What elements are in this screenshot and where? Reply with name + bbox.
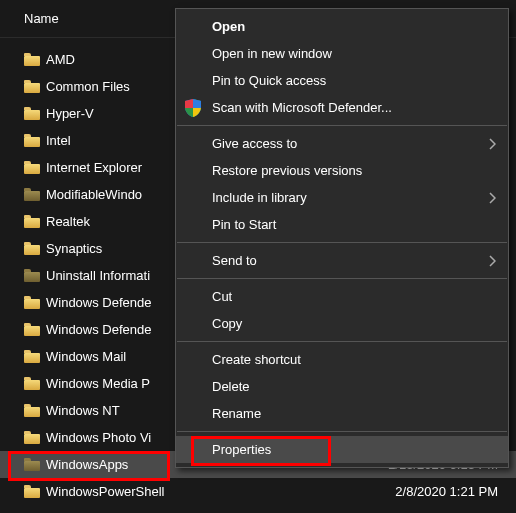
- menu-separator: [177, 431, 507, 432]
- folder-label: WindowsPowerShell: [46, 484, 165, 499]
- folder-label: Realtek: [46, 214, 90, 229]
- folder-icon: [24, 458, 40, 471]
- menu-scan-defender[interactable]: Scan with Microsoft Defender...: [176, 94, 508, 121]
- folder-label: Windows Photo Vi: [46, 430, 151, 445]
- menu-label: Open in new window: [212, 46, 332, 61]
- shield-icon: [184, 99, 202, 117]
- menu-label: Rename: [212, 406, 261, 421]
- folder-icon: [24, 323, 40, 336]
- context-menu: Open Open in new window Pin to Quick acc…: [175, 8, 509, 468]
- folder-icon: [24, 107, 40, 120]
- folder-label: Internet Explorer: [46, 160, 142, 175]
- folder-label: WindowsApps: [46, 457, 128, 472]
- folder-date: 2/8/2020 1:21 PM: [395, 484, 498, 499]
- folder-icon: [24, 161, 40, 174]
- folder-icon: [24, 188, 40, 201]
- menu-copy[interactable]: Copy: [176, 310, 508, 337]
- folder-icon: [24, 296, 40, 309]
- folder-icon: [24, 242, 40, 255]
- menu-send-to[interactable]: Send to: [176, 247, 508, 274]
- menu-label: Give access to: [212, 136, 297, 151]
- folder-label: Windows Defende: [46, 322, 152, 337]
- menu-separator: [177, 278, 507, 279]
- menu-label: Copy: [212, 316, 242, 331]
- menu-restore-versions[interactable]: Restore previous versions: [176, 157, 508, 184]
- menu-rename[interactable]: Rename: [176, 400, 508, 427]
- chevron-right-icon: [488, 138, 496, 150]
- menu-label: Cut: [212, 289, 232, 304]
- menu-separator: [177, 242, 507, 243]
- folder-icon: [24, 134, 40, 147]
- menu-include-library[interactable]: Include in library: [176, 184, 508, 211]
- menu-label: Create shortcut: [212, 352, 301, 367]
- folder-icon: [24, 215, 40, 228]
- folder-icon: [24, 350, 40, 363]
- menu-give-access-to[interactable]: Give access to: [176, 130, 508, 157]
- folder-icon: [24, 485, 40, 498]
- menu-label: Pin to Quick access: [212, 73, 326, 88]
- folder-label: Windows Mail: [46, 349, 126, 364]
- folder-label: Hyper-V: [46, 106, 94, 121]
- chevron-right-icon: [488, 192, 496, 204]
- folder-row[interactable]: WindowsPowerShell2/8/2020 1:21 PM: [0, 478, 516, 505]
- folder-label: ModifiableWindo: [46, 187, 142, 202]
- folder-label: Windows Defende: [46, 295, 152, 310]
- menu-cut[interactable]: Cut: [176, 283, 508, 310]
- folder-icon: [24, 53, 40, 66]
- folder-icon: [24, 80, 40, 93]
- menu-label: Properties: [212, 442, 271, 457]
- menu-separator: [177, 125, 507, 126]
- menu-label: Delete: [212, 379, 250, 394]
- menu-create-shortcut[interactable]: Create shortcut: [176, 346, 508, 373]
- menu-pin-quick-access[interactable]: Pin to Quick access: [176, 67, 508, 94]
- menu-pin-start[interactable]: Pin to Start: [176, 211, 508, 238]
- folder-icon: [24, 404, 40, 417]
- folder-label: AMD: [46, 52, 75, 67]
- menu-open[interactable]: Open: [176, 13, 508, 40]
- chevron-right-icon: [488, 255, 496, 267]
- menu-label: Restore previous versions: [212, 163, 362, 178]
- menu-open-new-window[interactable]: Open in new window: [176, 40, 508, 67]
- folder-icon: [24, 377, 40, 390]
- menu-properties[interactable]: Properties: [176, 436, 508, 463]
- column-name-label: Name: [24, 11, 59, 26]
- folder-icon: [24, 431, 40, 444]
- folder-icon: [24, 269, 40, 282]
- menu-label: Pin to Start: [212, 217, 276, 232]
- folder-label: Intel: [46, 133, 71, 148]
- folder-label: Common Files: [46, 79, 130, 94]
- folder-label: Windows Media P: [46, 376, 150, 391]
- menu-delete[interactable]: Delete: [176, 373, 508, 400]
- menu-label: Send to: [212, 253, 257, 268]
- folder-label: Synaptics: [46, 241, 102, 256]
- folder-label: Windows NT: [46, 403, 120, 418]
- folder-label: Uninstall Informati: [46, 268, 150, 283]
- menu-label: Include in library: [212, 190, 307, 205]
- menu-label: Open: [212, 19, 245, 34]
- menu-label: Scan with Microsoft Defender...: [212, 100, 392, 115]
- menu-separator: [177, 341, 507, 342]
